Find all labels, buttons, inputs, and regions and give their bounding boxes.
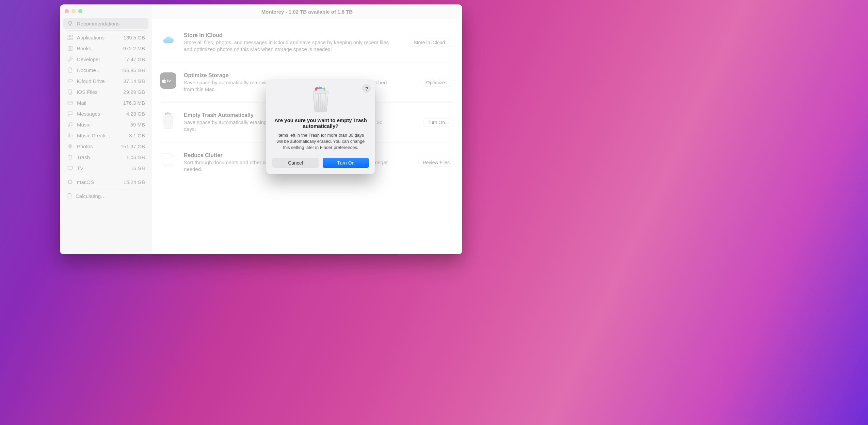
- dialog-title: Are you sure you want to empty Trash aut…: [272, 117, 369, 129]
- help-icon: ?: [365, 86, 368, 91]
- sidebar-item-label: Developer: [77, 56, 123, 62]
- sidebar: RecommendationsApplications139.5 GBBooks…: [60, 4, 152, 254]
- icloud-button[interactable]: Store in iCloud…: [409, 38, 454, 47]
- block-text: Store in iCloud Store all files, photos,…: [184, 32, 396, 53]
- sidebar-item-label: iCloud Drive: [77, 78, 120, 84]
- svg-rect-7: [68, 101, 73, 104]
- minimize-button[interactable]: [71, 9, 76, 13]
- bulb-icon: [67, 20, 74, 27]
- zoom-button[interactable]: [78, 9, 82, 13]
- sidebar-item-label: Music Creati…: [77, 133, 126, 138]
- clutter-button[interactable]: Review Files: [418, 158, 454, 167]
- svg-rect-21: [169, 113, 171, 115]
- sidebar-separator: [66, 189, 146, 189]
- svg-rect-16: [69, 181, 72, 184]
- svg-point-10: [69, 146, 71, 147]
- block-icloud: Store in iCloud Store all files, photos,…: [160, 23, 454, 63]
- block-title: Optimize Storage: [184, 72, 396, 79]
- sidebar-footer-macos: macOS15.24 GB: [63, 176, 148, 187]
- sidebar-item-applications[interactable]: Applications139.5 GB: [63, 32, 148, 43]
- close-button[interactable]: [65, 9, 69, 13]
- sidebar-item-recommendations[interactable]: Recommendations: [63, 18, 148, 29]
- svg-point-9: [71, 125, 72, 126]
- sidebar-item-label: Messages: [77, 111, 123, 117]
- sidebar-item-developer[interactable]: Developer7.47 GB: [63, 54, 148, 65]
- block-action: Optimize…: [403, 72, 454, 93]
- sidebar-item-size: 29.29 GB: [124, 89, 145, 95]
- mix-icon: [67, 132, 74, 139]
- sidebar-item-size: 59 MB: [130, 122, 145, 128]
- trash-button[interactable]: Turn On…: [423, 118, 454, 126]
- book-icon: [67, 45, 74, 52]
- sidebar-footer-calculating-: Calculating…: [63, 190, 148, 201]
- sidebar-item-icloud-drive[interactable]: iCloud Drive37.14 GB: [63, 75, 148, 86]
- sidebar-item-label: Mail: [77, 100, 120, 106]
- sidebar-item-ios-files[interactable]: iOS Files29.29 GB: [63, 86, 148, 97]
- sidebar-item-label: Photos: [77, 143, 117, 149]
- sidebar-item-photos[interactable]: Photos151.37 GB: [63, 141, 148, 152]
- svg-point-14: [71, 146, 72, 147]
- svg-point-11: [70, 144, 71, 145]
- sidebar-item-messages[interactable]: Messages4.23 GB: [63, 108, 148, 119]
- block-desc: Store all files, photos, and messages in…: [184, 39, 396, 53]
- svg-text:tv: tv: [167, 79, 171, 83]
- confirm-dialog: ?: [266, 80, 375, 174]
- help-button[interactable]: ?: [362, 84, 371, 93]
- svg-point-8: [68, 125, 69, 126]
- confirm-button[interactable]: Turn On: [323, 158, 369, 168]
- sidebar-item-size: 15.24 GB: [124, 179, 145, 185]
- svg-rect-1: [68, 35, 69, 37]
- sidebar-item-trash[interactable]: Trash1.06 GB: [63, 152, 148, 163]
- svg-point-13: [68, 146, 69, 147]
- sidebar-item-label: Recommendations: [77, 21, 145, 27]
- sidebar-item-docume-[interactable]: Docume…166.85 GB: [63, 65, 148, 75]
- msg-icon: [67, 110, 74, 117]
- cancel-button[interactable]: Cancel: [272, 158, 319, 168]
- svg-point-12: [70, 147, 71, 148]
- svg-rect-26: [162, 153, 171, 165]
- music-icon: [67, 121, 74, 128]
- sidebar-item-size: 37.14 GB: [124, 78, 145, 84]
- appletv-icon: tv: [160, 72, 176, 89]
- sidebar-item-size: 972.2 MB: [123, 46, 145, 51]
- sidebar-item-label: Music: [77, 122, 127, 128]
- optimize-button[interactable]: Optimize…: [422, 79, 454, 87]
- sidebar-item-label: Applications: [77, 35, 120, 40]
- block-action: Review Files: [403, 152, 454, 173]
- sidebar-item-mail[interactable]: Mail176.3 MB: [63, 97, 148, 108]
- hammer-icon: [67, 56, 74, 63]
- dialog-body: Items left in the Trash for more than 30…: [272, 132, 369, 151]
- sidebar-item-label: macOS: [77, 179, 120, 185]
- sidebar-item-books[interactable]: Books972.2 MB: [63, 43, 148, 54]
- window-controls: [63, 8, 148, 18]
- trash-icon: [67, 154, 74, 160]
- chip-icon: [67, 178, 74, 185]
- block-title: Store in iCloud: [184, 32, 396, 38]
- svg-rect-2: [71, 35, 73, 37]
- window-title: Monterey - 1.02 TB available of 1.8 TB: [152, 4, 462, 19]
- dialog-buttons: Cancel Turn On: [272, 158, 369, 168]
- sidebar-item-music[interactable]: Music59 MB: [63, 119, 148, 130]
- sidebar-item-label: iOS Files: [77, 89, 120, 95]
- sidebar-item-size: 139.5 GB: [124, 35, 145, 40]
- window-title-text: Monterey - 1.02 TB available of 1.8 TB: [261, 9, 353, 15]
- block-action: Store in iCloud…: [403, 32, 454, 53]
- sidebar-separator: [66, 30, 146, 31]
- sidebar-item-label: Docume…: [77, 67, 117, 73]
- sidebar-item-size: 4.23 GB: [126, 111, 145, 117]
- sidebar-separator: [66, 175, 146, 175]
- sidebar-item-size: 7.47 GB: [126, 56, 145, 62]
- svg-rect-4: [71, 38, 73, 40]
- sidebar-item-size: 3.1 GB: [129, 133, 145, 138]
- cloud-icon: [160, 32, 176, 49]
- sidebar-item-label: Books: [77, 46, 120, 51]
- sidebar-item-music-creati-[interactable]: Music Creati…3.1 GB: [63, 130, 148, 141]
- svg-point-6: [70, 94, 70, 94]
- sidebar-item-tv[interactable]: TV16 GB: [63, 163, 148, 173]
- storage-window: RecommendationsApplications139.5 GBBooks…: [60, 4, 462, 254]
- documents-icon: [160, 152, 176, 169]
- tv-icon: [67, 165, 74, 171]
- sidebar-item-size: 176.3 MB: [123, 100, 145, 106]
- trash-icon: [160, 112, 176, 129]
- cloud-icon: [67, 78, 74, 84]
